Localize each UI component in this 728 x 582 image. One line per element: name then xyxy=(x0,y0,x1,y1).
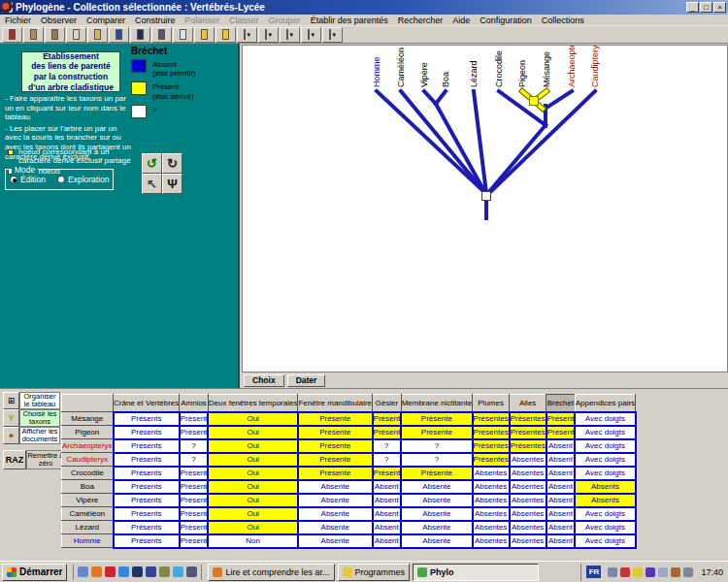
close-button[interactable]: × xyxy=(713,2,726,13)
cell-archaeopteryx-appendices-pairs[interactable]: Avec doigts xyxy=(575,439,635,453)
cell-pigeon-deux-fenetres-temporales[interactable]: Oui xyxy=(208,426,298,439)
menu-aide[interactable]: Aide xyxy=(447,16,475,25)
cell-crocodile-membrane-nictitante[interactable]: Présente xyxy=(401,467,472,480)
cell-cameleon-fenetre-mandibulaire[interactable]: Absente xyxy=(298,507,373,521)
root-node[interactable] xyxy=(482,192,491,201)
cell-homme-membrane-nictitante[interactable]: Absente xyxy=(401,534,472,548)
pointer-button[interactable]: ↖ xyxy=(142,174,162,194)
menu-collections[interactable]: Collections xyxy=(537,16,589,25)
classify-button[interactable] xyxy=(109,27,129,43)
cell-lezard-membrane-nictitante[interactable]: Absente xyxy=(401,521,472,534)
undo-button[interactable]: ↺ xyxy=(142,153,162,174)
taxon-label-pigeon[interactable]: Pigeon xyxy=(517,60,527,87)
folder-edit-button[interactable] xyxy=(194,27,215,43)
cell-lezard-appendices-pairs[interactable]: Avec doigts xyxy=(575,521,635,534)
cell-caudipteryx-plumes[interactable]: Présentes xyxy=(473,453,510,467)
cell-pigeon-membrane-nictitante[interactable]: Présente xyxy=(401,426,472,439)
taxon-label-caudipteryx[interactable]: Caudipteryx xyxy=(590,46,600,87)
cell-cameleon-amnios[interactable]: Présent xyxy=(180,507,209,521)
taxon-name-cell[interactable]: Lézard xyxy=(62,521,114,534)
cell-pigeon-fenetre-mandibulaire[interactable]: Présente xyxy=(298,426,373,439)
cell-caudipteryx-ailes[interactable]: Absentes xyxy=(510,453,546,467)
column-header-crane-et-vertebres[interactable]: Crâne et Vertèbres xyxy=(114,395,180,412)
redo-button[interactable]: ↻ xyxy=(162,153,182,174)
menu-comparer[interactable]: Comparer xyxy=(82,16,130,25)
dropdown-arrow-icon[interactable]: ▾ xyxy=(289,31,293,39)
cell-lezard-ailes[interactable]: Absentes xyxy=(510,521,546,534)
minimize-button[interactable]: _ xyxy=(686,2,699,13)
grid-tool-icon[interactable] xyxy=(159,566,170,577)
group-button[interactable] xyxy=(130,27,150,43)
cell-vipere-gesier[interactable]: Absent xyxy=(373,494,402,507)
menu-construire[interactable]: Construire xyxy=(130,16,181,25)
task-button-phylo[interactable]: Phylo xyxy=(413,564,539,581)
cell-mesange-gesier[interactable]: Présent xyxy=(373,412,402,426)
cell-cameleon-appendices-pairs[interactable]: Avec doigts xyxy=(575,507,635,521)
cell-caudipteryx-gesier[interactable]: ? xyxy=(373,453,402,467)
taxon-label-crocodile[interactable]: Crocodile xyxy=(494,50,504,87)
mode-radio-edition[interactable]: Édition xyxy=(10,175,46,184)
taxon-label-mesange[interactable]: Mésange xyxy=(542,51,551,87)
pointer-tool-icon[interactable] xyxy=(132,566,143,577)
column-header-deux-fenetres-temporales[interactable]: Deux fenêtres temporales xyxy=(208,395,298,412)
column-header-membrane-nictitante[interactable]: Membrane nictitante xyxy=(401,395,472,412)
cell-homme-deux-fenetres-temporales[interactable]: Non xyxy=(208,534,298,548)
column-header-appendices-pairs[interactable]: Appendices pairs xyxy=(575,395,635,412)
power-icon[interactable] xyxy=(683,567,693,577)
cell-homme-brechet[interactable]: Absent xyxy=(546,534,576,548)
cell-caudipteryx-amnios[interactable]: ? xyxy=(180,453,209,467)
collections-button[interactable]: ▾ xyxy=(280,27,300,43)
cell-mesange-fenetre-mandibulaire[interactable]: Présente xyxy=(298,412,373,426)
cell-mesange-crane-et-vertebres[interactable]: Présents xyxy=(114,412,180,426)
cell-pigeon-crane-et-vertebres[interactable]: Présents xyxy=(114,426,180,439)
media-icon[interactable] xyxy=(186,566,197,577)
taxon-label-homme[interactable]: Homme xyxy=(372,56,381,87)
taxon-label-boa[interactable]: Boa xyxy=(441,72,450,87)
cell-archaeopteryx-fenetre-mandibulaire[interactable]: Présente xyxy=(298,439,373,453)
cell-crocodile-appendices-pairs[interactable]: Avec doigts xyxy=(575,467,635,480)
volume-muted-icon[interactable] xyxy=(671,567,680,577)
taxon-label-lezard[interactable]: Lézard xyxy=(469,60,479,87)
cell-vipere-membrane-nictitante[interactable]: Absente xyxy=(401,494,472,507)
taxon-name-cell[interactable]: Pigeon xyxy=(62,426,114,439)
maximize-button[interactable]: □ xyxy=(700,2,712,13)
observe-button[interactable] xyxy=(23,27,44,43)
cell-vipere-plumes[interactable]: Absentes xyxy=(473,494,510,507)
clock[interactable]: 17:40 xyxy=(701,567,723,577)
cell-mesange-ailes[interactable]: Présentes xyxy=(510,412,546,426)
cell-boa-plumes[interactable]: Absentes xyxy=(473,480,510,494)
cell-caudipteryx-fenetre-mandibulaire[interactable]: Présente xyxy=(298,453,373,467)
cell-boa-ailes[interactable]: Absentes xyxy=(510,480,546,494)
cell-vipere-appendices-pairs[interactable]: Absents xyxy=(575,494,635,507)
cell-pigeon-gesier[interactable]: Présent xyxy=(373,426,402,439)
start-button[interactable]: Démarrer xyxy=(2,564,67,581)
column-header-plumes[interactable]: Plumes xyxy=(473,395,510,412)
dropdown-arrow-icon[interactable]: ▾ xyxy=(268,31,272,39)
cell-lezard-fenetre-mandibulaire[interactable]: Absente xyxy=(298,521,373,534)
search-icon[interactable] xyxy=(173,566,183,577)
cell-lezard-deux-fenetres-temporales[interactable]: Oui xyxy=(208,521,298,534)
cell-crocodile-deux-fenetres-temporales[interactable]: Oui xyxy=(208,467,298,480)
cell-pigeon-ailes[interactable]: Présentes xyxy=(510,426,546,439)
cell-boa-fenetre-mandibulaire[interactable]: Absente xyxy=(298,480,373,494)
derived-node[interactable] xyxy=(530,97,539,106)
taxon-name-cell[interactable]: Homme xyxy=(62,534,114,548)
cell-crocodile-ailes[interactable]: Absentes xyxy=(510,467,546,480)
cell-vipere-ailes[interactable]: Absentes xyxy=(510,494,546,507)
menu-rechercher[interactable]: Rechercher xyxy=(393,16,448,25)
cell-cameleon-ailes[interactable]: Absentes xyxy=(510,507,546,521)
kinship-button[interactable] xyxy=(151,27,172,43)
cell-cameleon-membrane-nictitante[interactable]: Absente xyxy=(401,507,472,521)
dropdown-arrow-icon[interactable]: ▾ xyxy=(247,31,250,39)
tab-dater[interactable]: Dater xyxy=(287,374,326,387)
cell-archaeopteryx-deux-fenetres-temporales[interactable]: Oui xyxy=(208,439,298,453)
column-header-brechet[interactable]: Bréchet xyxy=(546,395,576,412)
messenger-icon[interactable] xyxy=(633,567,643,577)
menu-observer[interactable]: Observer xyxy=(36,16,82,25)
cell-lezard-brechet[interactable]: Absent xyxy=(546,521,576,534)
cell-lezard-crane-et-vertebres[interactable]: Présents xyxy=(114,521,180,534)
tree-button[interactable] xyxy=(173,27,193,43)
taxon-name-cell[interactable]: Crocodile xyxy=(62,467,114,480)
cell-mesange-plumes[interactable]: Présentes xyxy=(473,412,510,426)
menu-configuration[interactable]: Configuration xyxy=(475,16,537,25)
